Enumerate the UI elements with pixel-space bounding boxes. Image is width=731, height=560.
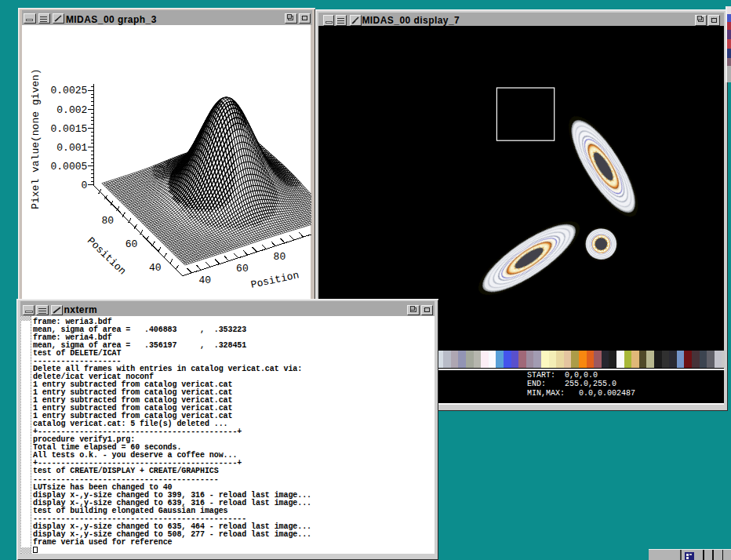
svg-text:40: 40 xyxy=(198,275,211,287)
svg-text:60: 60 xyxy=(125,238,137,250)
svg-text:0.0025: 0.0025 xyxy=(50,85,87,97)
svg-text:Position: Position xyxy=(249,270,300,292)
svg-text:0.0015: 0.0015 xyxy=(50,123,87,135)
svg-text:0: 0 xyxy=(81,180,87,191)
svg-text:80: 80 xyxy=(273,251,285,263)
svg-text:40: 40 xyxy=(149,262,162,274)
svg-text:0.002: 0.002 xyxy=(56,104,87,116)
svg-text:0.0005: 0.0005 xyxy=(50,161,87,173)
svg-text:Position: Position xyxy=(85,235,128,278)
svg-text:0.001: 0.001 xyxy=(56,142,87,154)
svg-text:Pixel value(none given): Pixel value(none given) xyxy=(30,69,42,209)
svg-text:80: 80 xyxy=(101,215,114,227)
svg-text:60: 60 xyxy=(236,263,249,275)
